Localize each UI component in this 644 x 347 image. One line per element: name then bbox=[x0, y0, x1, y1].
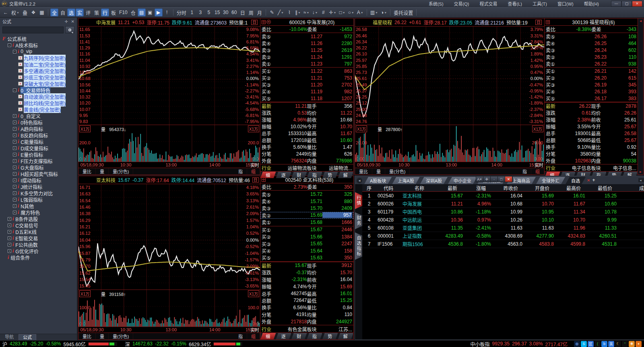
table-row[interactable]: 4 600428 中远航运10.360.97%10.2610.1010.709.… bbox=[362, 216, 644, 224]
toolbar-button[interactable]: 周 bbox=[247, 8, 255, 16]
book-row[interactable]: 买③ 11.20 2702 bbox=[260, 81, 353, 88]
close-tab-icon[interactable]: ✕ bbox=[587, 178, 590, 183]
menu-item[interactable]: 查看(L) bbox=[503, 0, 527, 7]
document-icon[interactable]: ▤ bbox=[138, 8, 146, 16]
expand-icon[interactable]: + bbox=[13, 153, 17, 156]
table-row[interactable]: 1 002540 亚太科技15.67-2.31%16.0415.6916.011… bbox=[362, 192, 644, 200]
polyline-icon[interactable]: ⌇ bbox=[285, 8, 293, 16]
toolbar-button[interactable]: 行 bbox=[101, 8, 109, 16]
expand-icon[interactable]: − bbox=[8, 43, 11, 47]
expand-icon[interactable]: − bbox=[13, 88, 17, 92]
book-tab-财[interactable]: 财 bbox=[291, 172, 307, 178]
expand-icon[interactable]: + bbox=[8, 236, 11, 240]
intraday-chart[interactable]: 11.6511.5311.4111.2911.1611.0410.9210.80… bbox=[78, 27, 260, 125]
tree-item[interactable]: ✕自动波浪(完全加密) bbox=[0, 93, 77, 100]
book-row[interactable]: 买② 11.21 753 bbox=[260, 74, 353, 81]
book-row[interactable]: 卖④ 15.71 880 bbox=[260, 198, 353, 205]
tree-item[interactable]: +iB条件选股 bbox=[0, 216, 77, 222]
tree-item[interactable]: +iA趋向指标 bbox=[0, 125, 77, 132]
toolbar-button[interactable]: A▼ bbox=[356, 8, 365, 16]
tree-item[interactable]: ✕多空通道(完全加密) bbox=[0, 68, 77, 74]
grid-icon[interactable] bbox=[546, 20, 550, 24]
book-tab-逐[interactable]: 逐 bbox=[276, 172, 292, 178]
toolbar-button[interactable]: 60 bbox=[230, 8, 238, 16]
toolbar-button[interactable]: 1 bbox=[188, 8, 196, 16]
toolbar-button[interactable]: 15 bbox=[213, 8, 221, 16]
grid-icon[interactable] bbox=[262, 20, 266, 24]
expand-icon[interactable]: + bbox=[13, 198, 17, 201]
intraday-chart[interactable]: 26.5826.4626.3426.2226.1025.9725.8525.73… bbox=[355, 27, 544, 125]
pen-icon[interactable]: ✎ bbox=[268, 8, 276, 16]
market-tab-全球外汇[interactable]: 全球外汇 bbox=[536, 177, 565, 184]
tree-item[interactable]: +iE智能交易 bbox=[0, 235, 77, 241]
wave-icon[interactable]: ≈▼ bbox=[302, 8, 311, 16]
trendline-icon[interactable]: ╱▼ bbox=[277, 8, 285, 16]
toolbar-button[interactable]: 5 bbox=[205, 8, 213, 16]
book-row[interactable]: 卖⑤ 15.72 325 bbox=[260, 191, 353, 197]
table-row[interactable]: 2 600026 中海发展11.214.96%10.6810.7011.6710… bbox=[362, 200, 644, 208]
book-row[interactable]: 卖① 11.23 797 bbox=[260, 60, 353, 68]
toolbar-button[interactable]: F10 bbox=[118, 8, 129, 16]
book-row[interactable]: 买② 26.20 615 bbox=[545, 74, 638, 81]
vol-mode-tab-量(分色)[interactable]: 量(分色) bbox=[385, 168, 410, 175]
expand-icon[interactable]: + bbox=[13, 211, 17, 214]
toolbar-button[interactable]: 分时 bbox=[175, 8, 188, 16]
alert-icon[interactable]: ! bbox=[163, 8, 171, 16]
toolbar-button[interactable]: 策 bbox=[93, 8, 101, 16]
toolbar-button[interactable]: 选 bbox=[67, 8, 75, 16]
book-row[interactable]: 买① 11.22 863 bbox=[260, 68, 353, 74]
market-tab-上海A股[interactable]: 上海A股 bbox=[392, 177, 419, 184]
book-row[interactable]: 买⑤ 11.18 1207 bbox=[260, 95, 353, 102]
tree-item[interactable]: +iD五彩K线 bbox=[0, 228, 77, 235]
intraday-chart[interactable]: 16.7116.6316.5416.4616.3816.2916.2116.12… bbox=[78, 184, 260, 290]
palette-icon[interactable]: ◑▼ bbox=[380, 8, 388, 16]
menu-item[interactable]: 交易(Q) bbox=[449, 0, 474, 7]
tree-item[interactable]: +iC能量指标 bbox=[0, 138, 77, 145]
toolbar-button[interactable]: 3 bbox=[196, 8, 204, 16]
market-tab-中小企业[interactable]: 中小企业 bbox=[448, 177, 477, 184]
book-row[interactable]: 卖⑤ 26.26 108 bbox=[545, 33, 638, 40]
panel-tab-指[interactable]: 指 bbox=[234, 168, 247, 175]
column-header[interactable]: 最低价 bbox=[589, 185, 621, 191]
book-tab-指[interactable]: 指 bbox=[307, 172, 323, 178]
book-row[interactable]: 卖① 26.22 938 bbox=[545, 60, 638, 68]
minimize-button[interactable]: — bbox=[611, 1, 621, 7]
column-header[interactable]: 开盘价 bbox=[526, 185, 558, 191]
sidebar-tab-导航[interactable]: 导航 bbox=[1, 334, 18, 340]
tree-item[interactable]: ✕抄底三宝(完全加密) bbox=[0, 74, 77, 80]
tab-scroll-left-icon[interactable]: ◄ bbox=[357, 178, 362, 183]
selection-box-icon[interactable]: ▦ bbox=[38, 8, 46, 16]
column-header[interactable]: 最高价 bbox=[558, 185, 589, 191]
book-row[interactable]: 卖⑤ 11.27 972 bbox=[260, 33, 353, 40]
vol-mode-tab-量[interactable]: 量 bbox=[96, 168, 109, 175]
market-tab-自选[interactable]: 自选 bbox=[566, 177, 586, 184]
formula-search-input[interactable] bbox=[2, 27, 64, 33]
book-tab-细[interactable]: 细 bbox=[260, 172, 276, 178]
tree-item[interactable]: +iE量价指标 bbox=[0, 151, 77, 158]
expand-icon[interactable]: + bbox=[8, 217, 11, 221]
menu-item[interactable]: 窗口(W) bbox=[553, 0, 578, 7]
tray-icon[interactable]: S bbox=[581, 341, 587, 347]
book-row[interactable]: 买④ 15.64 158 bbox=[260, 247, 353, 254]
gann-icon[interactable]: # bbox=[319, 8, 327, 16]
toolbar-button[interactable]: 月 bbox=[256, 8, 264, 16]
expand-icon[interactable]: + bbox=[8, 230, 11, 234]
column-header[interactable]: 代码 bbox=[376, 185, 401, 191]
toolbar-button[interactable]: 仓 bbox=[129, 8, 137, 16]
panel-tab-组[interactable]: 组 bbox=[531, 168, 544, 175]
tree-item[interactable]: ✕九转序列(完全加密) bbox=[0, 55, 77, 61]
book-row[interactable]: 买⑤ 15.63 350 bbox=[260, 254, 353, 261]
tray-icon[interactable]: b bbox=[601, 341, 607, 347]
vol-mode-tab-量(分色)[interactable]: 量(分色) bbox=[109, 333, 133, 339]
book-tab-财[interactable]: 财 bbox=[291, 333, 307, 339]
pin-icon[interactable]: ✛ bbox=[64, 19, 68, 24]
hand-icon[interactable]: ❖ bbox=[29, 8, 37, 16]
tray-icon[interactable]: 区 bbox=[588, 341, 594, 347]
market-tab-深圳A股[interactable]: 深圳A股 bbox=[420, 177, 448, 184]
book-tab-势[interactable]: 势 bbox=[322, 172, 338, 178]
right-scroll-strip[interactable]: ◄► bbox=[638, 18, 644, 175]
horizontal-scrollbar[interactable]: ◄ bbox=[638, 178, 644, 182]
period-day-box[interactable]: 日 bbox=[535, 20, 542, 25]
panel-tab-指[interactable]: 指 bbox=[518, 168, 531, 175]
tree-item[interactable]: +iG大盘指标 bbox=[0, 164, 77, 170]
